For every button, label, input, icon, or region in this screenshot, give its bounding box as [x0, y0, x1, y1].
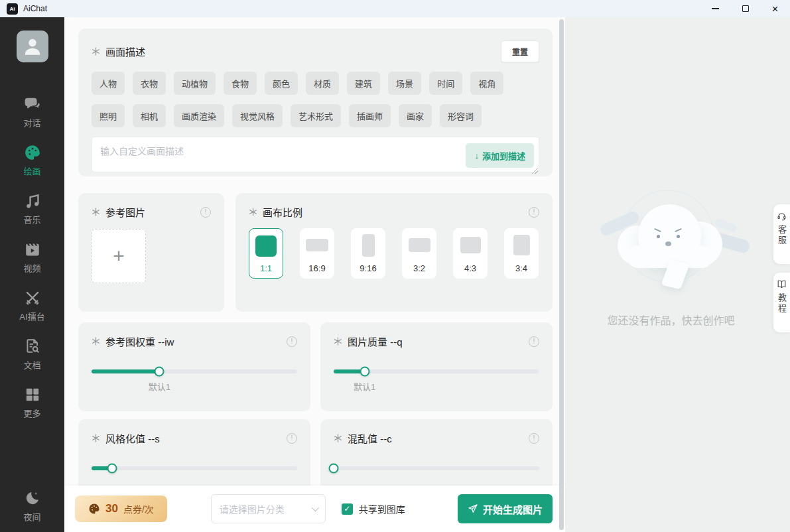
panel-title: 图片质量 --q [348, 334, 403, 348]
slider-track[interactable] [334, 369, 539, 373]
swords-icon [24, 289, 41, 306]
sidebar-item-more[interactable]: 更多 [9, 386, 56, 419]
sidebar-item-music[interactable]: 音乐 [9, 192, 56, 226]
ratio-option-4-3[interactable]: 4:3 [453, 228, 488, 279]
tag-button[interactable]: 时间 [429, 72, 462, 95]
tag-button[interactable]: 食物 [224, 72, 257, 95]
tutorial-label: 教程 [775, 293, 788, 314]
tag-button[interactable]: 视觉风格 [232, 104, 283, 127]
ratio-option-3-2[interactable]: 3:2 [402, 228, 436, 279]
sidebar-item-chat[interactable]: 对话 [9, 96, 56, 129]
video-icon [24, 241, 41, 258]
slider-handle[interactable] [107, 464, 117, 474]
info-icon[interactable] [529, 336, 539, 347]
asterisk-icon [249, 208, 257, 216]
tutorial-tab[interactable]: 教程 [773, 273, 790, 332]
close-icon: × [772, 3, 779, 15]
ratio-option-1-1[interactable]: 1:1 [249, 228, 283, 279]
tag-button[interactable]: 相机 [133, 104, 166, 127]
slider-handle[interactable] [329, 464, 339, 474]
sidebar-item-label: AI擂台 [19, 310, 44, 322]
ratio-label: 9:16 [360, 263, 376, 273]
add-to-description-button[interactable]: 添加到描述 [466, 143, 534, 168]
tag-button[interactable]: 照明 [92, 104, 125, 127]
slider-zone: 默认1 [334, 369, 539, 396]
tag-button[interactable]: 视角 [470, 72, 503, 95]
image-category-select[interactable]: 请选择图片分类 [211, 494, 326, 523]
panel-title: 画布比例 [263, 205, 302, 219]
slider-default-hint: 默认1 [149, 380, 170, 393]
tag-button[interactable]: 材质 [306, 72, 339, 95]
tag-button[interactable]: 场景 [388, 72, 421, 95]
panel-title: 参考图权重 --iw [105, 334, 174, 348]
description-panel: 画面描述 重置 人物 衣物 动植物 食物 颜色 材质 建筑 场景 时间 视角 [78, 29, 553, 176]
ratio-label: 1:1 [260, 263, 272, 273]
resize-handle[interactable] [532, 168, 538, 174]
tag-button[interactable]: 形容词 [440, 104, 482, 127]
slider-handle[interactable] [360, 367, 369, 377]
tag-button[interactable]: 颜色 [265, 72, 298, 95]
tag-button[interactable]: 艺术形式 [291, 104, 341, 127]
info-icon[interactable] [529, 433, 539, 444]
moon-icon [24, 490, 41, 507]
cloud-illustration [602, 195, 741, 301]
slider-handle[interactable] [155, 367, 165, 377]
down-arrow-icon [474, 151, 479, 161]
ratio-header: 画布比例 [249, 205, 539, 219]
window-controls: × [700, 0, 790, 17]
tag-button[interactable]: 建筑 [347, 72, 380, 95]
sidebar-item-video[interactable]: 视频 [9, 241, 56, 274]
tag-button[interactable]: 插画师 [349, 104, 391, 127]
sidebar-item-docs[interactable]: 文档 [9, 338, 56, 371]
customer-service-tab[interactable]: 客服 [773, 204, 790, 264]
grid-icon [24, 386, 41, 403]
music-icon [24, 192, 41, 210]
ratio-option-9-16[interactable]: 9:16 [351, 228, 385, 279]
description-input-wrap: 添加到描述 [92, 137, 539, 175]
ratio-option-3-4[interactable]: 3:4 [504, 228, 539, 279]
tag-button[interactable]: 人物 [92, 72, 125, 95]
cloud-eye [657, 235, 660, 238]
tag-button[interactable]: 动植物 [174, 72, 216, 95]
ratio-shape [409, 238, 430, 252]
slider-track[interactable] [92, 466, 297, 470]
tag-button[interactable]: 画家 [399, 104, 432, 127]
sidebar-item-night-mode[interactable]: 夜间 [9, 490, 56, 523]
minimize-button[interactable] [700, 0, 730, 17]
slider-header: 参考图权重 --iw [92, 334, 297, 348]
info-icon[interactable] [287, 433, 297, 444]
close-button[interactable]: × [760, 0, 790, 17]
share-to-gallery-option[interactable]: 共享到图库 [342, 502, 405, 515]
reset-button[interactable]: 重置 [501, 40, 539, 62]
minimize-icon [712, 8, 719, 9]
generate-image-button[interactable]: 开始生成图片 [458, 494, 553, 523]
ratio-shape [362, 234, 375, 257]
upload-image-button[interactable] [92, 229, 146, 283]
ratio-option-16-9[interactable]: 16:9 [300, 228, 334, 279]
customer-service-label: 客服 [775, 225, 788, 246]
sidebar-item-draw[interactable]: 绘画 [9, 144, 56, 177]
tag-button[interactable]: 衣物 [133, 72, 166, 95]
sidebar-item-label: 文档 [23, 358, 40, 371]
tag-button[interactable]: 画质渲染 [174, 104, 224, 127]
slider-track[interactable] [334, 466, 539, 470]
sidebar-item-ai-arena[interactable]: AI擂台 [9, 289, 56, 322]
slider-header: 图片质量 --q [334, 334, 539, 348]
vertical-scrollbar[interactable] [559, 19, 564, 530]
chevron-down-icon [312, 504, 319, 511]
info-icon[interactable] [287, 336, 297, 347]
reference-header: 参考图片 [92, 205, 211, 219]
palette-icon [88, 503, 100, 515]
ratio-label: 3:2 [413, 263, 425, 273]
app-body: 对话 绘画 音乐 视频 AI擂台 [0, 17, 790, 532]
asterisk-icon [92, 47, 100, 56]
avatar[interactable] [17, 31, 48, 62]
share-checkbox[interactable] [342, 503, 353, 515]
slider-track[interactable] [92, 369, 297, 373]
info-icon[interactable] [529, 207, 539, 218]
asterisk-icon [92, 208, 100, 216]
empty-state: 您还没有作品，快去创作吧 [565, 195, 777, 328]
info-icon[interactable] [200, 207, 211, 218]
main-panel: 画面描述 重置 人物 衣物 动植物 食物 颜色 材质 建筑 场景 时间 视角 [64, 17, 565, 532]
maximize-button[interactable] [730, 0, 760, 17]
